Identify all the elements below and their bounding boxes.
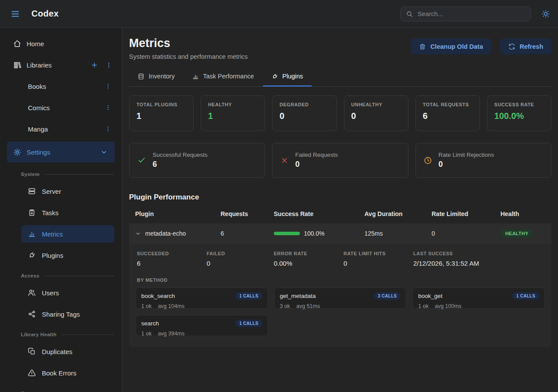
add-library-button[interactable] (91, 61, 98, 69)
method-ok-count: 1 ok (418, 303, 429, 309)
library-books-icon (13, 61, 21, 69)
refresh-icon (508, 43, 515, 50)
method-name: get_metadata (280, 293, 316, 299)
search-icon (406, 10, 413, 17)
method-ok-count: 1 ok (141, 331, 152, 337)
books-kebab-menu[interactable] (105, 83, 111, 89)
chevron-down-icon[interactable] (135, 231, 141, 237)
table-row-metadata-echo[interactable]: metadata-echo 6 100.0% 125ms 0 HEALTHY (129, 223, 551, 243)
stat-label: UNHEALTHY (351, 102, 401, 107)
method-card-book-get: book_get 1 CALLS 1 ok avg 100ms (412, 287, 545, 309)
column-header-success-rate: Success Rate (274, 210, 364, 217)
detail-value: 0.00% (274, 260, 344, 267)
sidebar-item-libraries[interactable]: Libraries (0, 56, 122, 74)
search-box[interactable] (400, 7, 531, 21)
plug-icon (272, 73, 278, 80)
app-title: Codex (31, 9, 59, 19)
detail-label: ERROR RATE (274, 251, 344, 256)
card-failed-requests: Failed Requests 0 (272, 143, 408, 178)
method-avg-duration: avg 100ms (435, 303, 461, 309)
stat-label: SUCCESS RATE (494, 102, 544, 107)
card-value: 6 (153, 160, 208, 169)
sidebar-item-sharing-tags[interactable]: Sharing Tags (21, 305, 114, 323)
sidebar-item-metrics[interactable]: Metrics (21, 225, 114, 243)
stat-value: 1 (208, 111, 258, 121)
sidebar-item-label: Home (27, 40, 44, 47)
method-card-get-metadata: get_metadata 3 CALLS 3 ok avg 51ms (274, 287, 407, 309)
stat-value: 100.0% (494, 111, 544, 121)
gear-icon (13, 148, 21, 156)
plugin-stat-cards: TOTAL PLUGINS 1 HEALTHY 1 DEGRADED 0 UNH… (129, 95, 551, 131)
share-icon (28, 310, 36, 318)
stat-value: 0 (279, 111, 329, 121)
sidebar-item-label: Users (42, 289, 59, 297)
tab-plugins[interactable]: Plugins (263, 71, 312, 87)
sidebar-item-users[interactable]: Users (21, 284, 114, 301)
server-icon (28, 187, 36, 195)
check-icon (137, 156, 146, 165)
menu-button[interactable] (10, 8, 21, 20)
trash-icon (419, 43, 426, 50)
stat-card-total-requests: TOTAL REQUESTS 6 (415, 95, 480, 131)
detail-value: 0 (344, 260, 413, 267)
stat-label: TOTAL PLUGINS (136, 102, 186, 107)
column-header-requests: Requests (221, 210, 274, 217)
detail-succeeded: SUCCEEDED 6 (137, 251, 207, 267)
tab-inventory[interactable]: Inventory (129, 71, 184, 87)
metrics-tabs: Inventory Task Performance Plugins (129, 71, 551, 87)
avg-duration-value: 125ms (364, 230, 432, 237)
stat-value: 6 (423, 111, 473, 121)
method-avg-duration: avg 51ms (296, 303, 320, 309)
card-rate-limit-rejections: Rate Limit Rejections 0 (415, 143, 551, 178)
detail-value: 6 (137, 260, 207, 267)
cleanup-button-label: Cleanup Old Data (430, 43, 483, 50)
method-card-search: search 1 CALLS 1 ok avg 394ms (136, 315, 268, 336)
detail-label: FAILED (207, 251, 274, 256)
stat-label: HEALTHY (208, 102, 258, 107)
libraries-kebab-menu[interactable] (105, 62, 112, 68)
sidebar-item-books[interactable]: Books (0, 78, 122, 95)
calls-badge: 1 CALLS (512, 292, 539, 300)
sidebar-item-duplicates[interactable]: Duplicates (21, 343, 114, 360)
sidebar-item-book-errors[interactable]: Book Errors (21, 364, 114, 382)
plugin-details-panel: SUCCEEDED 6 FAILED 0 ERROR RATE 0.00% RA… (129, 243, 551, 347)
sidebar-item-label: Tasks (42, 209, 58, 216)
page-title: Metrics (129, 37, 248, 50)
database-icon (138, 73, 144, 80)
stat-card-total-plugins: TOTAL PLUGINS 1 (129, 95, 194, 131)
refresh-button[interactable]: Refresh (500, 38, 551, 54)
sidebar-item-settings[interactable]: Settings (7, 142, 115, 162)
section-title: System (21, 172, 40, 177)
plugin-name: metadata-echo (145, 230, 186, 237)
main-content: Metrics System statistics and performanc… (122, 28, 558, 392)
method-ok-count: 1 ok (141, 303, 152, 309)
calls-badge: 3 CALLS (374, 292, 401, 300)
cleanup-old-data-button[interactable]: Cleanup Old Data (411, 38, 491, 54)
section-title: Library Health (21, 332, 57, 337)
search-input[interactable] (417, 10, 525, 18)
tab-label: Plugins (282, 73, 303, 80)
sidebar-section-library-health: Library Health (21, 332, 114, 337)
method-card-book-search: book_search 1 CALLS 1 ok avg 104ms (136, 287, 268, 309)
bar-chart-icon (192, 73, 199, 80)
clipboard-icon (28, 209, 36, 216)
section-divider (44, 276, 114, 276)
sidebar-item-plugins[interactable]: Plugins (21, 247, 114, 264)
theme-toggle-button[interactable] (541, 9, 551, 19)
success-rate-bar-fill (274, 232, 300, 235)
detail-rate-limit-hits: RATE LIMIT HITS 0 (344, 251, 413, 267)
sidebar-item-comics[interactable]: Comics (0, 99, 122, 116)
sidebar-item-server[interactable]: Server (21, 182, 114, 200)
detail-value: 0 (207, 260, 274, 267)
sidebar-item-tasks[interactable]: Tasks (21, 204, 114, 221)
sidebar-item-label: Metrics (42, 230, 63, 238)
method-avg-duration: avg 394ms (158, 331, 184, 337)
sidebar-item-manga[interactable]: Manga (0, 120, 122, 138)
tab-task-performance[interactable]: Task Performance (184, 71, 263, 87)
manga-kebab-menu[interactable] (105, 126, 111, 132)
column-header-rate-limited: Rate Limited (432, 210, 500, 217)
stat-label: DEGRADED (279, 102, 329, 107)
clock-icon (424, 156, 432, 165)
sidebar-item-home[interactable]: Home (0, 35, 122, 52)
comics-kebab-menu[interactable] (105, 105, 111, 111)
